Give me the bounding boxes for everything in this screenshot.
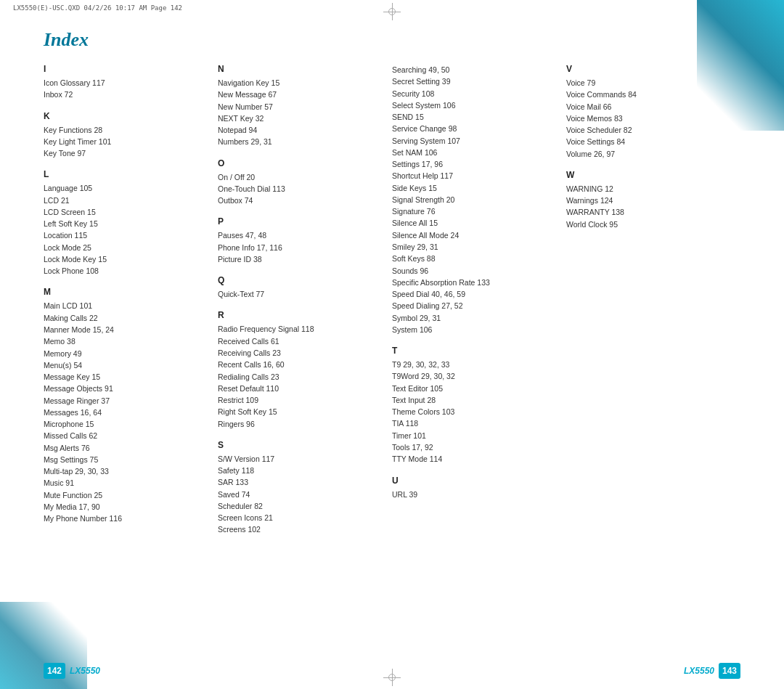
index-item: Text Input 28	[392, 394, 558, 406]
page-title: Index	[44, 29, 740, 51]
index-item: Saved 74	[218, 489, 383, 500]
index-item: Ringers 96	[218, 418, 383, 430]
section-letter-2-1: T	[392, 346, 558, 356]
index-item: Sounds 96	[392, 265, 558, 277]
index-item: Redialing Calls 23	[218, 371, 383, 383]
index-item: Screen Icons 21	[218, 512, 383, 523]
model-right: LX5550	[684, 666, 714, 676]
section-2-0: Searching 49, 50Secret Setting 39Securit…	[392, 64, 558, 335]
top-bar: LX5550(E)-USC.QXD 04/2/26 10:17 AM Page …	[13, 4, 182, 12]
section-2-2: UURL 39	[392, 476, 558, 500]
index-item: Lock Mode Key 15	[44, 253, 209, 265]
index-item: Received Calls 61	[218, 335, 383, 347]
page-num-left: 142 LX5550	[44, 663, 100, 679]
section-letter-0-0: I	[44, 64, 209, 74]
index-item: New Message 67	[218, 89, 383, 100]
index-item: Microphone 15	[44, 418, 209, 430]
index-item: Select System 106	[392, 99, 558, 111]
main-content: Index IIcon Glossary 117Inbox 72KKey Fun…	[44, 29, 740, 645]
page-number-left: 142	[47, 666, 62, 676]
index-item: Pauses 47, 48	[218, 229, 383, 241]
index-item: Location 115	[44, 229, 209, 241]
index-item: Inbox 72	[44, 89, 209, 100]
index-item: Safety 118	[218, 465, 383, 476]
index-item: Warnings 124	[566, 195, 732, 206]
index-item: Memory 49	[44, 348, 209, 359]
index-item: Signal Strength 20	[392, 194, 558, 205]
index-item: Memo 38	[44, 335, 209, 347]
index-item: Key Light Timer 101	[44, 136, 209, 147]
index-item: Right Soft Key 15	[218, 406, 383, 417]
section-letter-1-2: P	[218, 216, 383, 227]
index-item: Searching 49, 50	[392, 64, 558, 76]
index-item: Key Functions 28	[44, 124, 209, 136]
index-item: Screens 102	[218, 523, 383, 535]
index-item: Left Soft Key 15	[44, 218, 209, 229]
index-item: New Number 57	[218, 101, 383, 113]
index-item: Menu(s) 54	[44, 359, 209, 371]
index-item: WARNING 12	[566, 183, 732, 195]
index-item: Key Tone 97	[44, 147, 209, 159]
index-columns: IIcon Glossary 117Inbox 72KKey Functions…	[44, 64, 740, 546]
section-1-0: NNavigation Key 15New Message 67New Numb…	[218, 64, 383, 148]
index-item: WARRANTY 138	[566, 206, 732, 218]
index-item: Message Ringer 37	[44, 395, 209, 407]
section-letter-3-1: W	[566, 170, 732, 180]
index-item: Msg Alerts 76	[44, 442, 209, 454]
index-item: Settings 17, 96	[392, 158, 558, 170]
index-item: TIA 118	[392, 417, 558, 429]
index-item: Message Objects 91	[44, 383, 209, 394]
index-item: Lock Phone 108	[44, 265, 209, 277]
index-item: Secret Setting 39	[392, 76, 558, 87]
index-item: Missed Calls 62	[44, 430, 209, 441]
index-item: Multi-tap 29, 30, 33	[44, 465, 209, 477]
section-3-0: VVoice 79Voice Commands 84Voice Mail 66V…	[566, 64, 732, 160]
index-item: Numbers 29, 31	[218, 136, 383, 147]
index-item: Mute Function 25	[44, 489, 209, 501]
section-letter-0-1: K	[44, 111, 209, 121]
index-item: Receiving Calls 23	[218, 347, 383, 359]
index-item: Silence All 15	[392, 217, 558, 229]
index-item: Speed Dial 40, 46, 59	[392, 288, 558, 300]
model-left: LX5550	[70, 666, 100, 676]
section-letter-1-1: O	[218, 158, 383, 168]
index-item: Manner Mode 15, 24	[44, 324, 209, 335]
index-item: Signature 76	[392, 205, 558, 217]
page-badge-left: 142	[44, 663, 65, 679]
index-item: Phone Info 17, 116	[218, 242, 383, 253]
index-item: Service Change 98	[392, 123, 558, 134]
index-item: Music 91	[44, 477, 209, 489]
page-number-right: 143	[722, 666, 737, 676]
index-item: Icon Glossary 117	[44, 77, 209, 89]
index-item: Quick-Text 77	[218, 288, 383, 300]
section-0-0: IIcon Glossary 117Inbox 72	[44, 64, 209, 101]
index-item: Voice 79	[566, 77, 732, 89]
index-item: On / Off 20	[218, 171, 383, 183]
index-item: Tools 17, 92	[392, 441, 558, 453]
page-num-right: LX5550 143	[684, 663, 740, 679]
index-item: Theme Colors 103	[392, 406, 558, 417]
section-letter-1-5: S	[218, 440, 383, 450]
index-item: Text Editor 105	[392, 383, 558, 394]
section-1-3: QQuick-Text 77	[218, 275, 383, 300]
index-item: Making Calls 22	[44, 312, 209, 324]
index-item: Lock Mode 25	[44, 242, 209, 253]
section-1-4: RRadio Frequency Signal 118Received Call…	[218, 310, 383, 429]
index-item: Side Keys 15	[392, 182, 558, 194]
section-3-1: WWARNING 12Warnings 124WARRANTY 138World…	[566, 170, 732, 230]
index-item: Silence All Mode 24	[392, 229, 558, 241]
index-item: Voice Mail 66	[566, 101, 732, 113]
section-letter-1-0: N	[218, 64, 383, 74]
index-item: LCD 21	[44, 195, 209, 206]
file-info: LX5550(E)-USC.QXD 04/2/26 10:17 AM Page …	[13, 4, 182, 12]
index-item: Radio Frequency Signal 118	[218, 323, 383, 335]
section-1-2: PPauses 47, 48Phone Info 17, 116Picture …	[218, 216, 383, 265]
index-item: Picture ID 38	[218, 253, 383, 265]
page-badge-right: 143	[719, 663, 740, 679]
index-item: Recent Calls 16, 60	[218, 359, 383, 370]
column-0: IIcon Glossary 117Inbox 72KKey Functions…	[44, 64, 218, 546]
index-item: Voice Scheduler 82	[566, 124, 732, 136]
index-item: Security 108	[392, 88, 558, 99]
index-item: Navigation Key 15	[218, 77, 383, 89]
column-1: NNavigation Key 15New Message 67New Numb…	[218, 64, 392, 546]
